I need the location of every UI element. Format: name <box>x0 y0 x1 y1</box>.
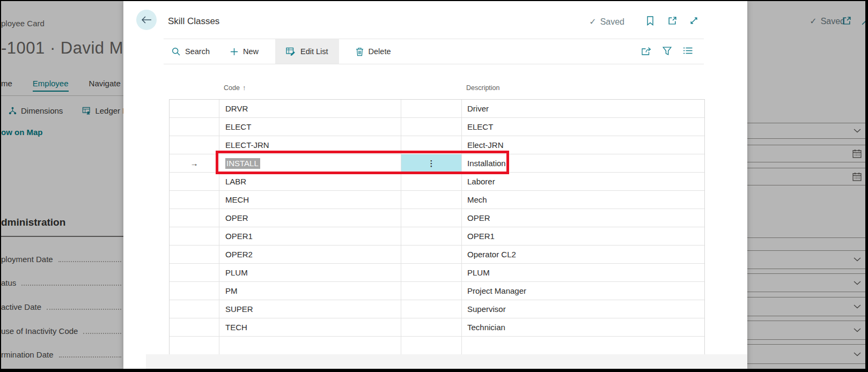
table-row[interactable]: OPER OPER <box>170 209 704 227</box>
saved-label: Saved <box>600 17 624 27</box>
description-cell[interactable]: Operator CL2 <box>462 245 704 263</box>
code-cell[interactable]: OPER2 <box>219 245 401 263</box>
code-cell[interactable] <box>219 337 401 354</box>
screenshot-frame: ployee Card -1001 · David M me Employee … <box>0 0 868 372</box>
table-row[interactable]: ELECT ELECT <box>170 118 704 136</box>
skill-classes-dialog: Skill Classes ✓ Saved Search <box>123 1 747 369</box>
table-row[interactable]: OPER2 Operator CL2 <box>170 245 704 264</box>
description-cell[interactable]: Laborer <box>462 173 704 190</box>
row-selector-cell[interactable] <box>170 282 219 300</box>
description-cell[interactable]: Mech <box>462 191 704 209</box>
description-cell[interactable]: OPER <box>462 209 704 227</box>
spacer-cell <box>401 264 462 281</box>
table-row[interactable]: PLUM PLUM <box>170 264 704 282</box>
right-arrow-icon: → <box>190 159 198 168</box>
code-cell[interactable]: ELECT-JRN <box>219 136 401 154</box>
dim-overlay <box>746 1 865 369</box>
share-icon[interactable] <box>641 47 651 56</box>
table-footer-area <box>146 354 747 369</box>
row-selector-cell[interactable] <box>170 173 219 190</box>
row-selector-cell[interactable] <box>170 191 219 209</box>
edit-list-icon <box>286 47 296 56</box>
list-options-icon[interactable] <box>683 47 693 56</box>
row-selector-cell[interactable] <box>170 100 219 117</box>
row-selector-cell[interactable] <box>170 136 219 154</box>
spacer-cell <box>401 173 462 190</box>
table-row[interactable]: MECH Mech <box>170 191 704 209</box>
code-cell[interactable]: LABR <box>219 173 401 190</box>
code-cell[interactable]: OPER1 <box>219 227 401 245</box>
description-cell[interactable]: Elect-JRN <box>462 136 704 154</box>
description-cell[interactable]: OPER1 <box>462 227 704 245</box>
edit-list-label: Edit List <box>300 47 328 56</box>
description-cell[interactable]: Technician <box>462 318 704 336</box>
edit-list-button[interactable]: Edit List <box>275 39 339 64</box>
spacer-cell <box>401 209 462 227</box>
delete-button[interactable]: Delete <box>348 39 399 64</box>
description-column-header[interactable]: Description <box>466 84 500 92</box>
app-viewport: ployee Card -1001 · David M me Employee … <box>1 1 865 369</box>
vertical-ellipsis-icon: ⋮ <box>428 159 436 168</box>
employee-card-page: ployee Card -1001 · David M me Employee … <box>1 1 123 369</box>
bookmark-icon[interactable] <box>646 16 656 25</box>
table-row[interactable]: OPER1 OPER1 <box>170 227 704 245</box>
spacer-cell <box>401 337 462 354</box>
open-in-new-icon[interactable] <box>668 16 677 25</box>
row-selector-cell[interactable] <box>170 245 219 263</box>
code-cell[interactable]: PM <box>219 282 401 300</box>
table-row-selected[interactable]: → INSTALL ⋮ Installation <box>170 154 704 173</box>
code-cell-editing[interactable]: INSTALL <box>219 154 401 172</box>
code-cell[interactable]: PLUM <box>219 264 401 281</box>
row-selector-cell[interactable] <box>170 264 219 281</box>
row-selector-cell[interactable] <box>170 318 219 336</box>
table-row-empty[interactable] <box>170 337 704 354</box>
code-cell[interactable]: MECH <box>219 191 401 209</box>
description-cell[interactable]: ELECT <box>462 118 704 136</box>
code-cell[interactable]: DRVR <box>219 100 401 117</box>
code-cell[interactable]: SUPER <box>219 300 401 318</box>
description-cell[interactable]: PLUM <box>462 264 704 281</box>
code-column-header[interactable]: Code ↑ <box>224 84 246 92</box>
code-cell[interactable]: OPER <box>219 209 401 227</box>
description-cell[interactable]: Installation <box>462 154 704 172</box>
new-label: New <box>243 47 259 56</box>
spacer-cell <box>401 191 462 209</box>
code-cell[interactable]: TECH <box>219 318 401 336</box>
row-selector-cell[interactable] <box>170 300 219 318</box>
table-row[interactable]: SUPER Supervisor <box>170 300 704 318</box>
description-cell[interactable] <box>462 337 704 354</box>
employee-card-right-edge: ✓ Saved <box>746 1 865 369</box>
search-label: Search <box>185 47 210 56</box>
trash-icon <box>356 47 364 56</box>
search-button[interactable]: Search <box>164 39 218 64</box>
row-selector-cell[interactable] <box>170 337 219 354</box>
table-row[interactable]: ELECT-JRN Elect-JRN <box>170 136 704 154</box>
filter-icon[interactable] <box>663 47 672 56</box>
search-icon <box>172 47 180 56</box>
code-cell[interactable]: ELECT <box>219 118 401 136</box>
back-arrow-icon <box>141 16 152 24</box>
selected-text: INSTALL <box>225 158 260 169</box>
dim-overlay <box>1 1 123 369</box>
row-selector-cell[interactable] <box>170 209 219 227</box>
delete-label: Delete <box>369 47 391 56</box>
table-row[interactable]: PM Project Manager <box>170 282 704 300</box>
row-selector-cell[interactable] <box>170 118 219 136</box>
table-row[interactable]: DRVR Driver <box>170 100 704 118</box>
expand-icon[interactable] <box>689 16 698 25</box>
new-button[interactable]: New <box>222 39 267 64</box>
description-cell[interactable]: Supervisor <box>462 300 704 318</box>
check-icon: ✓ <box>589 17 596 27</box>
dialog-header-icons <box>646 16 698 25</box>
spacer-cell <box>401 300 462 318</box>
description-cell[interactable]: Project Manager <box>462 282 704 300</box>
spacer-cell <box>401 227 462 245</box>
table-row[interactable]: TECH Technician <box>170 318 704 337</box>
table-row[interactable]: LABR Laborer <box>170 173 704 191</box>
spacer-cell <box>401 318 462 336</box>
spacer-cell <box>401 245 462 263</box>
back-button[interactable] <box>136 10 157 30</box>
row-selector-cell[interactable] <box>170 227 219 245</box>
row-menu-cell[interactable]: ⋮ <box>401 154 462 172</box>
description-cell[interactable]: Driver <box>462 100 704 117</box>
